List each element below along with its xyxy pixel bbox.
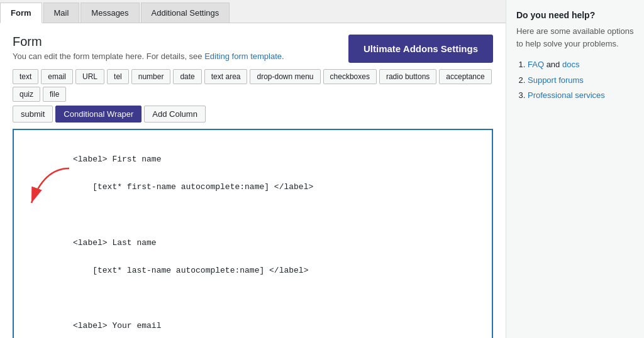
tag-buttons-row: text email URL tel number date text area… — [13, 69, 493, 102]
code-editor[interactable]: <label> First name [text* first-name aut… — [13, 129, 493, 338]
code-line-3: <label> Last name — [73, 238, 157, 248]
tag-btn-textarea[interactable]: text area — [204, 69, 248, 84]
sidebar-list-item-3: Professional services — [528, 88, 634, 104]
form-header-left: Form You can edit the form template here… — [13, 35, 284, 61]
form-title: Form — [13, 35, 284, 49]
form-description-text: You can edit the form template here. For… — [13, 52, 204, 61]
submit-action-button[interactable]: submit — [13, 106, 53, 123]
tag-btn-number[interactable]: number — [131, 69, 171, 84]
tag-btn-tel[interactable]: tel — [107, 69, 129, 84]
content-header: Form You can edit the form template here… — [13, 35, 493, 63]
form-content: Form You can edit the form template here… — [0, 23, 506, 338]
tag-btn-date[interactable]: date — [173, 69, 201, 84]
code-line-1: <label> First name — [73, 155, 161, 164]
code-editor-container: <label> First name [text* first-name aut… — [13, 129, 493, 338]
ultimate-addons-settings-button[interactable]: Ultimate Addons Settings — [348, 35, 493, 63]
action-buttons-row: submit Conditional Wraper Add Column — [13, 106, 493, 123]
form-description: You can edit the form template here. For… — [13, 52, 284, 61]
editing-form-template-link[interactable]: Editing form template — [204, 52, 282, 61]
tag-btn-text[interactable]: text — [13, 69, 38, 84]
sidebar-links-list: FAQ and docs Support forums Professional… — [516, 57, 634, 104]
tag-btn-url[interactable]: URL — [75, 69, 104, 84]
support-forums-link[interactable]: Support forums — [528, 75, 584, 85]
tab-bar: Form Mail Messages Additional Settings — [0, 0, 506, 23]
tab-additional-settings[interactable]: Additional Settings — [141, 3, 230, 23]
tag-btn-file[interactable]: file — [43, 87, 66, 102]
conditional-wraper-button[interactable]: Conditional Wraper — [55, 106, 142, 123]
tag-btn-radio[interactable]: radio buttons — [379, 69, 436, 84]
tab-mail[interactable]: Mail — [43, 3, 80, 23]
professional-services-link[interactable]: Professional services — [528, 90, 605, 100]
tag-btn-checkboxes[interactable]: checkboxes — [323, 69, 377, 84]
tag-btn-quiz[interactable]: quiz — [13, 87, 40, 102]
code-line-5: <label> Your email — [73, 321, 161, 330]
tag-btn-acceptance[interactable]: acceptance — [439, 69, 491, 84]
sidebar-title: Do you need help? — [516, 10, 634, 20]
tab-messages[interactable]: Messages — [80, 3, 139, 23]
tag-btn-email[interactable]: email — [41, 69, 73, 84]
sidebar-description: Here are some available options to help … — [516, 25, 634, 50]
sidebar-list-item-2: Support forums — [528, 73, 634, 89]
code-line-2: [text* first-name autocomplete:name] </l… — [73, 182, 313, 192]
docs-link[interactable]: docs — [562, 60, 579, 69]
code-line-4: [text* last-name autocomplete:name] </la… — [73, 266, 308, 275]
sidebar-list-item-1: FAQ and docs — [528, 57, 634, 73]
tag-btn-dropdown[interactable]: drop-down menu — [250, 69, 320, 84]
sidebar-and-text: and — [547, 60, 562, 69]
add-column-button[interactable]: Add Column — [144, 106, 206, 123]
sidebar: Do you need help? Here are some availabl… — [506, 0, 644, 338]
tab-form[interactable]: Form — [0, 3, 42, 23]
faq-link[interactable]: FAQ — [528, 60, 544, 69]
